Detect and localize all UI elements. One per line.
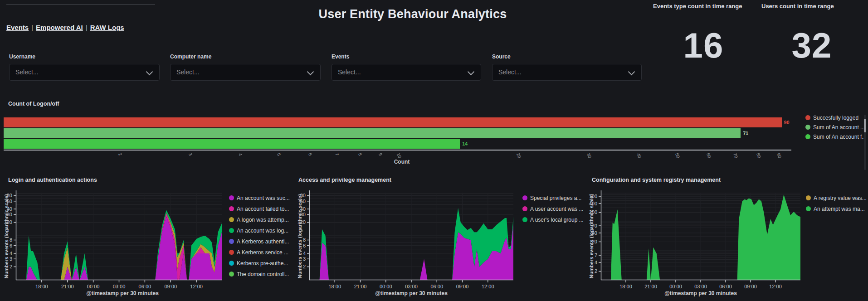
panel-title: Access and privilege management xyxy=(298,177,391,183)
x-tick-label: 00:00 xyxy=(83,284,103,289)
metric-value: 16 xyxy=(653,25,754,66)
legend-item[interactable]: A Kerberos service ... xyxy=(229,249,288,256)
area-chart-config_registry xyxy=(601,193,800,280)
legend-label: A registry value was... xyxy=(814,195,867,201)
legend-label: The domain controll... xyxy=(237,271,289,277)
x-tick-label: 70 xyxy=(732,152,739,159)
y-tick-label: 2 xyxy=(292,264,306,269)
filter-label: Source xyxy=(492,53,642,60)
legend-item[interactable]: A logon was attemp... xyxy=(229,217,289,223)
legend-dot xyxy=(229,261,234,266)
legend-item[interactable]: Special privileges a... xyxy=(522,195,581,201)
legend-item[interactable]: Succesfully logged xyxy=(805,115,858,121)
legend-item[interactable]: An account failed to... xyxy=(229,206,289,212)
panel-login-auth: Login and authentication actions Numbers… xyxy=(4,175,293,301)
legend-label: A user's local group ... xyxy=(530,217,584,223)
x-tick-label: 6 xyxy=(307,152,313,156)
x-tick-label: 03:00 xyxy=(109,284,129,289)
panel-config-registry: Configuration and system registry manage… xyxy=(587,175,868,301)
legend-dot xyxy=(229,250,234,255)
legend-item[interactable]: An attempt was ma... xyxy=(806,206,865,212)
legend-scrollbar-thumb[interactable] xyxy=(864,119,866,132)
filter-computer-name: Computer name Select... xyxy=(170,53,321,81)
legend-item[interactable]: An account was suc... xyxy=(229,195,290,201)
y-tick-label: 2 xyxy=(0,264,12,269)
y-tick-label: 70 xyxy=(584,223,597,228)
filter-source: Source Select... xyxy=(492,53,642,81)
nav-link-empowered-ai[interactable]: Empowered AI xyxy=(36,24,83,31)
panel-access-priv: Access and privilege management Numbers … xyxy=(294,175,586,301)
legend-label: Succesfully logged xyxy=(813,115,858,121)
legend-dot xyxy=(806,206,811,211)
x-tick-label: 5 xyxy=(276,152,281,156)
legend-dot xyxy=(806,195,811,200)
y-tick-label: 20 xyxy=(0,219,12,225)
chevron-down-icon xyxy=(146,68,153,76)
source-select[interactable]: Select... xyxy=(492,64,642,81)
legend-item[interactable]: A Kerberos authenti... xyxy=(229,238,289,245)
username-select[interactable]: Select... xyxy=(9,64,160,81)
x-tick-label: 06:00 xyxy=(135,284,155,289)
legend-item[interactable]: Kerberos pre-authe... xyxy=(229,260,288,267)
select-placeholder: Select... xyxy=(338,68,361,76)
legend-item[interactable]: A registry value was... xyxy=(806,195,867,201)
y-tick-label: 40 xyxy=(292,206,306,212)
dashboard: Events|Empowered AI|RAW Logs User Entity… xyxy=(0,0,868,301)
y-tick-label: 60 xyxy=(0,199,12,204)
y-tick-label: 6 xyxy=(292,243,306,248)
area-chart-login_auth xyxy=(16,193,222,280)
x-tick-label: 18:00 xyxy=(325,284,345,289)
legend-item[interactable]: A user account was ... xyxy=(522,206,583,212)
legend-dot xyxy=(522,195,527,200)
x-tick-label: 21:00 xyxy=(351,284,371,289)
y-tick-label: 60 xyxy=(292,199,306,204)
nav-separator: | xyxy=(83,24,90,31)
logon-x-axis-line xyxy=(4,150,791,150)
x-tick-label: 20 xyxy=(516,152,522,159)
y-tick-label: 4 xyxy=(584,260,597,265)
legend-item[interactable]: The domain controll... xyxy=(229,271,289,277)
legend-item[interactable]: An account was log... xyxy=(229,228,288,234)
logon-chart-title: Count of Logon/off xyxy=(8,101,59,107)
x-tick-label: 12:00 xyxy=(478,284,498,289)
x-tick-label: 03:00 xyxy=(401,284,421,289)
legend-dot xyxy=(229,239,234,244)
y-tick-label: 8 xyxy=(0,237,12,243)
events-select[interactable]: Select... xyxy=(332,64,481,81)
top-divider xyxy=(6,5,155,5)
legend-dot xyxy=(229,228,234,233)
y-tick-label: 40 xyxy=(584,230,597,236)
y-tick-label: 40 xyxy=(0,206,12,212)
x-tick-label: 09:00 xyxy=(161,284,180,289)
x-tick-label: 30 xyxy=(586,152,592,159)
y-tick-label: 4 xyxy=(292,251,306,256)
y-tick-label: 200 xyxy=(584,209,597,215)
computer-name-select[interactable]: Select... xyxy=(170,64,321,81)
nav-link-events[interactable]: Events xyxy=(6,24,29,31)
x-axis-label: @timestamp per 30 minutes xyxy=(343,290,479,296)
x-axis-label: @timestamp per 30 minutes xyxy=(633,290,769,296)
x-tick-label: 21:00 xyxy=(58,284,78,289)
metric-title: Users count in time range xyxy=(761,3,862,10)
x-tick-label: 18:00 xyxy=(616,284,636,289)
x-tick-label: 18:00 xyxy=(32,284,52,289)
legend-item[interactable]: Sum of An account ... xyxy=(805,124,865,131)
x-tick-label: 06:00 xyxy=(716,284,736,289)
bar-sum-of-an-account-f- xyxy=(4,139,460,149)
nav-link-raw-logs[interactable]: RAW Logs xyxy=(90,24,124,31)
x-tick-label: 50 xyxy=(674,152,680,159)
legend-dot-bright-green xyxy=(805,134,810,139)
select-placeholder: Select... xyxy=(176,68,200,76)
y-tick-label: 400 xyxy=(584,201,597,206)
nav-separator: | xyxy=(29,24,36,31)
panel-title: Login and authentication actions xyxy=(8,177,97,183)
legend-item[interactable]: Sum of An account f... xyxy=(805,134,866,140)
bar-value-label: 71 xyxy=(743,131,748,136)
chevron-down-icon xyxy=(468,68,475,76)
legend-item[interactable]: A user's local group ... xyxy=(522,217,584,223)
legend-label: A user account was ... xyxy=(530,206,583,212)
legend-dot xyxy=(522,217,527,222)
legend-label: Sum of An account f... xyxy=(813,134,866,140)
x-tick-label: 7 xyxy=(334,152,340,156)
metric-title: Events type count in time range xyxy=(653,3,754,10)
